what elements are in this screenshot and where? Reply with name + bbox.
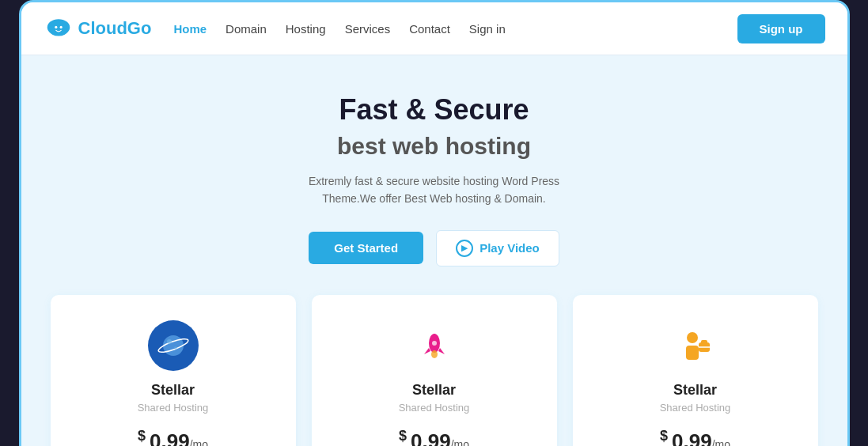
play-icon: ▶ xyxy=(456,240,473,257)
card-name-2: Stellar xyxy=(334,382,535,399)
card-stellar-orange: Stellar Shared Hosting $ 0.99/mo On firs… xyxy=(573,295,818,446)
card-stellar-pink: Stellar Shared Hosting $ 0.99/mo On firs… xyxy=(312,295,557,446)
card-price-2: $ 0.99/mo xyxy=(334,428,535,446)
logo: CloudGo xyxy=(44,13,152,43)
logo-text: CloudGo xyxy=(78,18,152,39)
card-type-2: Shared Hosting xyxy=(334,402,535,414)
nav-domain[interactable]: Domain xyxy=(226,22,267,36)
signup-button[interactable]: Sign up xyxy=(737,14,825,43)
svg-rect-16 xyxy=(701,340,707,344)
card-price-1: $ 0.99/mo xyxy=(73,428,274,446)
card-icon-planet xyxy=(148,320,199,371)
svg-point-3 xyxy=(49,26,66,36)
nav-contact[interactable]: Contact xyxy=(409,22,450,36)
card-type-3: Shared Hosting xyxy=(595,402,796,414)
hero-buttons: Get Started ▶ Play Video xyxy=(37,230,832,266)
nav-signin[interactable]: Sign in xyxy=(469,22,506,36)
logo-icon xyxy=(44,13,74,43)
nav-services[interactable]: Services xyxy=(345,22,391,36)
nav-home[interactable]: Home xyxy=(173,22,207,36)
play-video-label: Play Video xyxy=(479,241,540,255)
card-icon-person xyxy=(670,320,721,371)
hero-title: Fast & Secure xyxy=(37,93,832,127)
navbar: CloudGo Home Domain Hosting Services Con… xyxy=(21,2,847,55)
nav-links: Home Domain Hosting Services Contact Sig… xyxy=(173,22,737,36)
nav-hosting[interactable]: Hosting xyxy=(286,22,326,36)
card-name-1: Stellar xyxy=(73,382,274,399)
svg-point-5 xyxy=(59,26,62,28)
get-started-button[interactable]: Get Started xyxy=(309,232,423,264)
hero-subtitle: best web hosting xyxy=(37,133,832,160)
svg-point-12 xyxy=(431,350,438,358)
card-type-1: Shared Hosting xyxy=(73,402,274,414)
card-name-3: Stellar xyxy=(595,382,796,399)
svg-point-4 xyxy=(55,26,57,28)
hero-description: Extremly fast & secure website hosting W… xyxy=(284,172,585,208)
svg-point-9 xyxy=(174,346,177,350)
svg-point-11 xyxy=(432,341,437,346)
svg-rect-14 xyxy=(686,346,699,360)
card-stellar-blue: Stellar Shared Hosting $ 0.99/mo On firs… xyxy=(51,295,296,446)
card-icon-rocket xyxy=(409,320,460,371)
svg-point-13 xyxy=(687,332,698,343)
hero-section: Fast & Secure best web hosting Extremly … xyxy=(21,55,847,295)
svg-point-6 xyxy=(163,335,184,356)
app-frame: CloudGo Home Domain Hosting Services Con… xyxy=(19,0,850,446)
pricing-section: Stellar Shared Hosting $ 0.99/mo On firs… xyxy=(21,295,847,446)
card-price-3: $ 0.99/mo xyxy=(595,428,796,446)
play-video-button[interactable]: ▶ Play Video xyxy=(436,230,559,266)
svg-point-8 xyxy=(167,339,172,344)
